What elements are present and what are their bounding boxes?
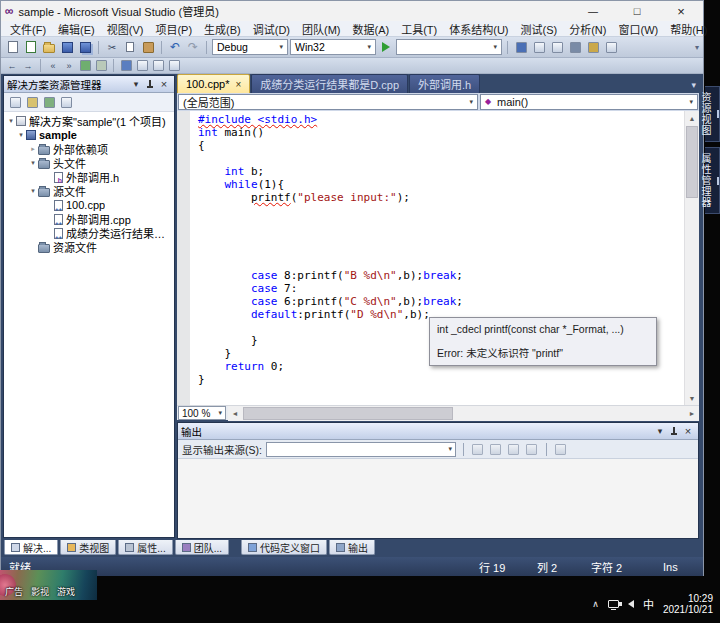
tab-grade-cpp[interactable]: 成绩分类运行结果都是D.cpp: [251, 74, 408, 93]
menu-tools[interactable]: 工具(T): [395, 21, 443, 37]
solution-platform-dropdown[interactable]: Win32: [290, 39, 376, 55]
tab-100-cpp[interactable]: 100.cpp*: [177, 74, 250, 93]
window-position-icon[interactable]: [129, 78, 143, 91]
uncomment-selection-icon[interactable]: [94, 59, 108, 72]
output-content[interactable]: [178, 459, 698, 538]
auto-hide-pin-icon[interactable]: [667, 425, 681, 438]
close-tab-icon[interactable]: [235, 79, 241, 90]
volume-icon[interactable]: [628, 600, 634, 608]
toggle-bookmark-icon[interactable]: [119, 59, 133, 72]
find-message-icon[interactable]: [471, 443, 485, 456]
save-all-icon[interactable]: [77, 40, 93, 55]
properties-window-icon[interactable]: [549, 40, 565, 55]
add-item-icon[interactable]: [23, 40, 39, 55]
scroll-up-icon[interactable]: [685, 111, 699, 125]
tree-item-h-file[interactable]: 外部调用.h: [4, 170, 174, 184]
dock-tab-property-manager[interactable]: 属性管理器: [705, 147, 720, 214]
menu-data[interactable]: 数据(A): [347, 21, 396, 37]
vertical-scrollbar[interactable]: [684, 111, 699, 405]
menu-file[interactable]: 文件(F): [4, 21, 52, 37]
network-icon[interactable]: [608, 600, 619, 608]
close-panel-icon[interactable]: [157, 78, 171, 91]
menu-project[interactable]: 项目(P): [149, 21, 198, 37]
ad-label[interactable]: 影视: [31, 585, 49, 598]
toolbox-icon[interactable]: [567, 40, 583, 55]
tab-output[interactable]: 输出: [329, 540, 375, 555]
chevron-down-icon[interactable]: [6, 117, 16, 125]
tree-item-grade-cpp[interactable]: 成绩分类运行结果都是D.cpp: [4, 226, 174, 240]
tab-code-definition-window[interactable]: 代码定义窗口: [241, 540, 327, 555]
tree-item-source-files[interactable]: 源文件: [4, 184, 174, 198]
toggle-word-wrap-icon[interactable]: [554, 443, 568, 456]
solution-explorer-icon[interactable]: [531, 40, 547, 55]
menu-view[interactable]: 视图(V): [101, 21, 150, 37]
previous-bookmark-icon[interactable]: [135, 59, 149, 72]
scroll-down-icon[interactable]: [685, 391, 699, 405]
save-icon[interactable]: [59, 40, 75, 55]
find-in-files-icon[interactable]: [513, 40, 529, 55]
paste-icon[interactable]: [140, 40, 156, 55]
active-files-chevron-icon[interactable]: [691, 80, 696, 90]
member-dropdown[interactable]: main(): [480, 94, 698, 110]
decrease-indent-icon[interactable]: «: [46, 59, 60, 72]
scroll-right-icon[interactable]: [685, 406, 699, 421]
scrollbar-thumb[interactable]: [686, 126, 698, 198]
tree-item-project-sample[interactable]: sample: [4, 128, 174, 142]
ad-label[interactable]: 广告: [5, 585, 23, 598]
tab-external-call-h[interactable]: 外部调用.h: [409, 74, 480, 93]
tree-item-external-call-cpp[interactable]: 外部调用.cpp: [4, 212, 174, 226]
scroll-left-icon[interactable]: [228, 406, 242, 421]
menu-window[interactable]: 窗口(W): [612, 21, 664, 37]
comment-selection-icon[interactable]: [78, 59, 92, 72]
video-ad-overlay[interactable]: 广告 影视 游戏: [0, 570, 97, 600]
error-list-icon[interactable]: [585, 40, 601, 55]
close-button[interactable]: [659, 1, 703, 21]
tab-solution-explorer[interactable]: 解决...: [4, 540, 58, 555]
properties-icon[interactable]: [8, 96, 22, 109]
chevron-down-icon[interactable]: [16, 131, 26, 139]
tab-team-explorer[interactable]: 团队...: [175, 540, 229, 555]
tray-expand-icon[interactable]: [592, 599, 599, 609]
menu-architecture[interactable]: 体系结构(U): [443, 21, 514, 37]
show-all-files-icon[interactable]: [25, 96, 39, 109]
undo-icon[interactable]: ↶: [167, 40, 183, 55]
menu-test[interactable]: 测试(S): [515, 21, 564, 37]
taskbar-clock[interactable]: 10:29 2021/10/21: [663, 593, 713, 615]
next-message-icon[interactable]: [507, 443, 521, 456]
auto-hide-pin-icon[interactable]: [143, 78, 157, 91]
tree-item-resource-files[interactable]: 资源文件: [4, 240, 174, 254]
clear-bookmarks-icon[interactable]: [167, 59, 181, 72]
menu-edit[interactable]: 编辑(E): [52, 21, 101, 37]
menu-analyze[interactable]: 分析(N): [563, 21, 612, 37]
open-file-icon[interactable]: [41, 40, 57, 55]
horizontal-scrollbar[interactable]: [228, 406, 699, 421]
menu-team[interactable]: 团队(M): [296, 21, 347, 37]
previous-message-icon[interactable]: [489, 443, 503, 456]
maximize-button[interactable]: [615, 1, 659, 21]
menu-debug[interactable]: 调试(D): [247, 21, 296, 37]
chevron-down-icon[interactable]: [28, 159, 38, 167]
solution-explorer-header[interactable]: 解决方案资源管理器: [4, 76, 174, 93]
window-position-icon[interactable]: [653, 425, 667, 438]
output-source-dropdown[interactable]: [266, 442, 456, 457]
tab-class-view[interactable]: 类视图: [60, 540, 116, 555]
tree-item-external-dependencies[interactable]: 外部依赖项: [4, 142, 174, 156]
command-window-icon[interactable]: [603, 40, 619, 55]
solution-config-dropdown[interactable]: Debug: [212, 39, 288, 55]
view-class-diagram-icon[interactable]: [59, 96, 73, 109]
start-debugging-icon[interactable]: [378, 40, 394, 55]
redo-icon[interactable]: ↷: [185, 40, 201, 55]
cut-icon[interactable]: ✂: [104, 40, 120, 55]
next-bookmark-icon[interactable]: [151, 59, 165, 72]
menu-build[interactable]: 生成(B): [198, 21, 247, 37]
tab-properties[interactable]: 属性...: [118, 540, 172, 555]
indicator-margin[interactable]: [177, 111, 190, 405]
copy-icon[interactable]: [122, 40, 138, 55]
code-editor[interactable]: #include <stdio.h>int main(){ int b; whi…: [177, 111, 699, 405]
toolbar-overflow-icon[interactable]: [695, 43, 699, 52]
tree-item-header-files[interactable]: 头文件: [4, 156, 174, 170]
zoom-dropdown[interactable]: 100 %: [178, 406, 226, 420]
chevron-right-icon[interactable]: [28, 145, 38, 153]
refresh-icon[interactable]: [42, 96, 56, 109]
dock-tab-resource-view[interactable]: 资源视图: [705, 86, 720, 142]
